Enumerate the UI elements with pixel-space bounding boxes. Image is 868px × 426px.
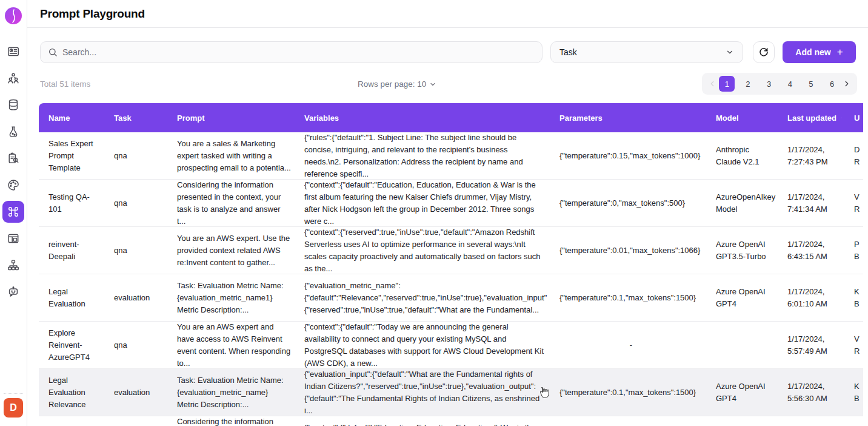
page-button-6[interactable]: 6 xyxy=(824,76,840,92)
refresh-button[interactable] xyxy=(753,41,775,63)
prev-page-button[interactable] xyxy=(708,79,716,88)
cell-model xyxy=(709,322,780,368)
table-row[interactable]: Legal EvaluationevaluationTask: Evaluati… xyxy=(39,274,863,322)
cell-last-updated: 1/17/2024, 7:41:34 AM xyxy=(780,180,847,226)
column-header-model: Model xyxy=(709,103,780,132)
sidebar-nav xyxy=(0,41,27,308)
cell-prompt: Considering the information presented in… xyxy=(170,180,297,226)
search-icon xyxy=(48,47,58,57)
cell-parameters: {"temperature":0.1,"max_tokens":1500} xyxy=(552,369,709,416)
add-new-button[interactable]: Add new + xyxy=(783,41,856,63)
cell-prompt: You are a sales & Marketing expert taske… xyxy=(170,132,297,179)
cell-variables: {"rules":{"default":"1. Subject Line: Th… xyxy=(297,132,552,179)
chevron-down-icon xyxy=(726,48,734,56)
column-header-u: U xyxy=(847,103,863,132)
cell-task: qna xyxy=(107,132,170,179)
cell-prompt: You are an AWS expert and have access to… xyxy=(170,322,297,368)
cell-parameters xyxy=(552,416,709,426)
cell-last-updated: 1/17/2024, 6:43:15 AM xyxy=(780,227,847,274)
cell-prompt: Task: Evaluation Metric Name: {evaluatio… xyxy=(170,369,297,416)
page-title: Prompt Playground xyxy=(40,7,145,21)
next-page-button[interactable] xyxy=(843,79,851,88)
table-row[interactable]: reinvent-DeepaliqnaYou are an AWS expert… xyxy=(39,227,863,274)
browser-window-icon xyxy=(7,232,20,245)
report-card-icon xyxy=(7,45,20,58)
app-logo[interactable] xyxy=(4,6,23,25)
cell-prompt: You are an AWS expert. Use the provided … xyxy=(170,227,297,274)
sidebar-item-overview[interactable] xyxy=(2,41,24,63)
cell-name xyxy=(39,416,107,426)
page-button-3[interactable]: 3 xyxy=(761,76,777,92)
prompts-table: NameTaskPromptVariablesParametersModelLa… xyxy=(39,103,863,426)
sidebar-item-models[interactable] xyxy=(2,174,24,196)
table-row[interactable]: Legal Evaluation RelevanceevaluationTask… xyxy=(39,369,863,416)
cell-last-updated: 1/17/2024, 7:27:43 PM xyxy=(780,132,847,179)
sitemap-icon xyxy=(7,259,20,272)
cell-variables: {"evaluation_metric_name": {"default":"R… xyxy=(297,274,552,321)
sidebar: D xyxy=(0,0,27,426)
cell-name: Legal Evaluation Relevance xyxy=(39,369,107,416)
pagination: 123456 xyxy=(702,73,857,95)
rows-per-page[interactable]: Rows per page: 10 xyxy=(358,79,436,89)
cell-task xyxy=(107,416,170,426)
cell-name: Explore Reinvent-AzureGPT4 xyxy=(39,322,107,368)
sidebar-item-evaluations[interactable] xyxy=(2,147,24,169)
sidebar-item-users[interactable] xyxy=(2,67,24,89)
clipboard-search-icon xyxy=(7,152,20,165)
command-icon xyxy=(7,205,20,218)
page-button-2[interactable]: 2 xyxy=(740,76,756,92)
page-button-5[interactable]: 5 xyxy=(803,76,819,92)
cell-name: Legal Evaluation xyxy=(39,274,107,321)
cell-name: reinvent-Deepali xyxy=(39,227,107,274)
palette-icon xyxy=(7,178,20,192)
cell-task: evaluation xyxy=(107,369,170,416)
cell-task: qna xyxy=(107,227,170,274)
sidebar-item-prompt-playground[interactable] xyxy=(2,201,24,223)
sidebar-item-datasets[interactable] xyxy=(2,94,24,116)
table-row[interactable]: Explore Reinvent-AzureGPT4qnaYou are an … xyxy=(39,322,863,369)
user-avatar[interactable]: D xyxy=(4,398,23,418)
sidebar-item-experiments[interactable] xyxy=(2,121,24,143)
plus-icon: + xyxy=(837,46,843,58)
cell-parameters: {"temperature":0,"max_tokens":500} xyxy=(552,180,709,226)
table-row[interactable]: Testing QA-101qnaConsidering the informa… xyxy=(39,180,863,227)
cell-updated-by: P B xyxy=(847,227,863,274)
cell-last-updated: 1/17/2024, 6:01:10 AM xyxy=(780,274,847,321)
chevron-right-icon xyxy=(843,79,851,88)
cell-name: Sales Expert Prompt Template xyxy=(39,132,107,179)
logo-icon xyxy=(4,6,23,25)
column-header-last-updated[interactable]: Last updated xyxy=(780,103,847,132)
search-input-wrap xyxy=(40,41,542,63)
sidebar-divider xyxy=(4,393,23,394)
table-row[interactable]: Considering the information presented in… xyxy=(39,416,863,426)
column-header-prompt: Prompt xyxy=(170,103,297,132)
cell-parameters: {"temperature":0.01,"max_tokens":1066} xyxy=(552,227,709,274)
page-button-4[interactable]: 4 xyxy=(782,76,798,92)
cell-variables: {"evaluation_input":{"default":"What are… xyxy=(297,369,552,416)
cell-model xyxy=(709,416,780,426)
sidebar-item-assistant[interactable] xyxy=(2,281,24,303)
sidebar-item-apps[interactable] xyxy=(2,228,24,249)
table-body: Sales Expert Prompt TemplateqnaYou are a… xyxy=(39,132,863,426)
task-filter-select[interactable]: Task xyxy=(550,41,743,63)
cell-task: evaluation xyxy=(107,274,170,321)
table-row[interactable]: Sales Expert Prompt TemplateqnaYou are a… xyxy=(39,132,863,180)
cell-last-updated xyxy=(780,416,847,426)
cell-prompt: Considering the information presented in… xyxy=(170,416,297,426)
search-input[interactable] xyxy=(62,47,535,57)
chevron-down-icon xyxy=(429,81,436,88)
cell-updated-by: V R xyxy=(847,322,863,368)
page-button-1[interactable]: 1 xyxy=(719,76,735,92)
cell-prompt: Task: Evaluation Metric Name: {evaluatio… xyxy=(170,274,297,321)
cell-variables: {"context":{"default":"Education, Educat… xyxy=(297,180,552,226)
sidebar-item-pipelines[interactable] xyxy=(2,254,24,276)
refresh-icon xyxy=(758,47,769,58)
cell-task: qna xyxy=(107,322,170,368)
cell-last-updated: 1/17/2024, 5:56:30 AM xyxy=(780,369,847,416)
bot-icon xyxy=(7,285,20,299)
add-new-label: Add new xyxy=(795,47,830,57)
cell-parameters: {"temperature":0.1,"max_tokens":1500} xyxy=(552,274,709,321)
cell-model: Azure OpenAI GPT4 xyxy=(709,274,780,321)
cell-model: Anthropic Claude V2.1 xyxy=(709,132,780,179)
cell-parameters: {"temperature":0.15,"max_tokens":1000} xyxy=(552,132,709,179)
